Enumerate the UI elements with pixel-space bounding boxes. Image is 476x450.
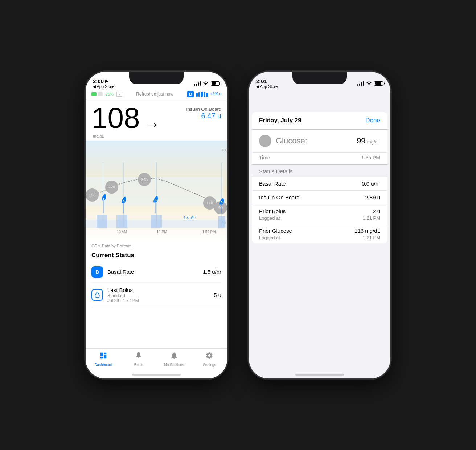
svg-text:1.5 u/hr: 1.5 u/hr xyxy=(184,216,196,220)
glucose-detail-label: Glucose: xyxy=(276,136,307,146)
prior-glucose-label: Prior Glucose xyxy=(259,228,292,234)
b-badge: B xyxy=(187,91,194,97)
glucose-bar-2 xyxy=(98,92,103,96)
bolus-value: 5 u xyxy=(214,292,221,298)
iob-detail-row: Insulin On Board 2.89 u xyxy=(252,191,387,204)
prior-bolus-logged-value: 1:21 PM xyxy=(363,215,380,221)
prior-glucose-logged-value: 1:21 PM xyxy=(363,235,380,240)
svg-rect-9 xyxy=(97,215,107,228)
glucose-detail-value: 99 xyxy=(357,136,365,145)
notch-left xyxy=(129,72,184,84)
glucose-chart[interactable]: 400 50 1.5 u/hr 10 AM 12 PM 1:59 PM xyxy=(86,141,227,242)
svg-text:400: 400 xyxy=(222,148,227,152)
basal-label: Basal Rate xyxy=(107,269,203,275)
settings-tab-icon xyxy=(205,352,213,362)
tab-bolus-label: Bolus xyxy=(134,363,143,367)
glucose-main: 108 → mg/dL Insulin On Board 6.47 u xyxy=(86,100,227,141)
tab-dashboard-label: Dashboard xyxy=(94,363,112,367)
plus-label: +240 u xyxy=(210,92,221,96)
basal-value: 1.5 u/hr xyxy=(203,269,221,275)
app-store-back-left[interactable]: ◀ App Store xyxy=(93,84,114,89)
svg-text:12 PM: 12 PM xyxy=(157,230,167,234)
cgm-header: 25% ⌅ Refreshed just now B +240 u xyxy=(86,90,227,100)
app-store-back-right[interactable]: ◀ App Store xyxy=(256,84,278,89)
basal-rate-detail-value: 0.0 u/hr xyxy=(362,181,380,187)
glucose-trend-arrow: → xyxy=(145,116,159,133)
prior-glucose-value: 116 mg/dL xyxy=(354,228,380,234)
svg-text:193: 193 xyxy=(89,193,95,197)
time-value: 1:35 PM xyxy=(361,155,380,161)
done-button[interactable]: Done xyxy=(365,117,380,124)
cgm-right: B +240 u xyxy=(187,91,221,97)
tab-settings-label: Settings xyxy=(203,363,216,367)
current-status-title: Current Status xyxy=(91,252,221,259)
phone-left: 2:00 ▶ ◀ App Store xyxy=(86,72,227,378)
status-right-right xyxy=(357,81,383,86)
prior-glucose-row: Prior Glucose 116 mg/dL Logged at 1:21 P… xyxy=(252,224,387,243)
svg-text:1:59 PM: 1:59 PM xyxy=(202,230,216,234)
iob-value: 6.47 u xyxy=(186,112,221,120)
refreshed-label: Refreshed just now xyxy=(136,92,173,97)
glucose-detail-right: 99 mg/dL xyxy=(357,136,380,146)
phone-screen-right: 2:01 ◀ App Store xyxy=(249,72,390,378)
chart-svg: 400 50 1.5 u/hr 10 AM 12 PM 1:59 PM xyxy=(86,141,227,242)
basal-rate-item[interactable]: B Basal Rate 1.5 u/hr xyxy=(91,262,221,283)
svg-text:110: 110 xyxy=(206,201,213,205)
prior-bolus-label: Prior Bolus xyxy=(259,208,286,214)
dashboard-screen: 2:00 ▶ ◀ App Store xyxy=(86,72,227,378)
svg-text:8: 8 xyxy=(103,197,104,200)
bolus-sub1: Standard xyxy=(107,293,214,298)
basal-icon: B xyxy=(91,266,103,278)
current-status-section: Current Status B Basal Rate 1.5 u/hr Las… xyxy=(86,250,227,308)
svg-text:5: 5 xyxy=(155,198,156,202)
time-label: Time xyxy=(259,155,270,161)
cgm-left: 25% ⌅ xyxy=(91,92,122,97)
svg-text:5: 5 xyxy=(123,199,124,203)
notch-right xyxy=(292,72,347,84)
battery-icon-right xyxy=(374,81,383,86)
prior-bolus-value: 2 u xyxy=(373,208,380,214)
svg-text:5: 5 xyxy=(221,200,222,204)
tab-notifications[interactable]: Notifications xyxy=(156,352,192,367)
modal-date: Friday, July 29 xyxy=(259,117,301,124)
tir-percent: 25% xyxy=(106,92,114,96)
notifications-tab-icon xyxy=(170,352,178,362)
last-bolus-item[interactable]: Last Bolus Standard Jul 29 · 1:37 PM 5 u xyxy=(91,283,221,308)
svg-rect-12 xyxy=(218,216,225,228)
basal-rate-detail-label: Basal Rate xyxy=(259,181,286,187)
svg-text:220: 220 xyxy=(108,185,115,189)
prior-bolus-logged-label: Logged at xyxy=(259,215,280,221)
battery-icon-left xyxy=(211,81,220,86)
signal-filter-icon: ⌅ xyxy=(116,92,122,97)
prior-glucose-logged-label: Logged at xyxy=(259,235,280,240)
status-time-left: 2:00 ▶ xyxy=(93,78,114,84)
svg-rect-10 xyxy=(116,215,127,228)
cgm-credit: CGM Data by Dexcom xyxy=(86,242,227,250)
time-row: Time 1:35 PM xyxy=(252,153,387,165)
phone-screen-left: 2:00 ▶ ◀ App Store xyxy=(86,72,227,378)
iob-detail-value: 2.89 u xyxy=(365,194,380,200)
tab-bar-left: Dashboard Bolus Notifications xyxy=(86,348,227,378)
bolus-sub2: Jul 29 · 1:37 PM xyxy=(107,298,214,303)
bolus-icon xyxy=(91,289,103,301)
home-indicator-right xyxy=(295,374,344,376)
svg-text:245: 245 xyxy=(141,177,148,182)
tab-settings[interactable]: Settings xyxy=(192,352,227,367)
glucose-unit: mg/dL xyxy=(93,134,104,138)
detail-modal-card: Friday, July 29 Done Glucose: 99 mg/dL T… xyxy=(252,112,387,243)
bolus-tab-icon xyxy=(135,352,143,362)
glucose-detail-unit: mg/dL xyxy=(367,139,380,145)
svg-text:10 AM: 10 AM xyxy=(117,230,127,234)
tab-dashboard[interactable]: Dashboard xyxy=(86,352,121,367)
glucose-bar-1 xyxy=(91,92,97,96)
detail-screen: 2:01 ◀ App Store xyxy=(249,72,390,378)
bolus-label: Last Bolus xyxy=(107,287,214,293)
tab-bolus[interactable]: Bolus xyxy=(121,352,157,367)
basal-text: Basal Rate xyxy=(107,269,203,275)
signal-bars-right xyxy=(357,81,364,86)
iob-title: Insulin On Board xyxy=(186,106,221,112)
bolus-text: Last Bolus Standard Jul 29 · 1:37 PM xyxy=(107,287,214,303)
glucose-number: 108 xyxy=(91,104,140,133)
prior-bolus-row: Prior Bolus 2 u Logged at 1:21 PM xyxy=(252,204,387,224)
phone-right: 2:01 ◀ App Store xyxy=(249,72,390,378)
